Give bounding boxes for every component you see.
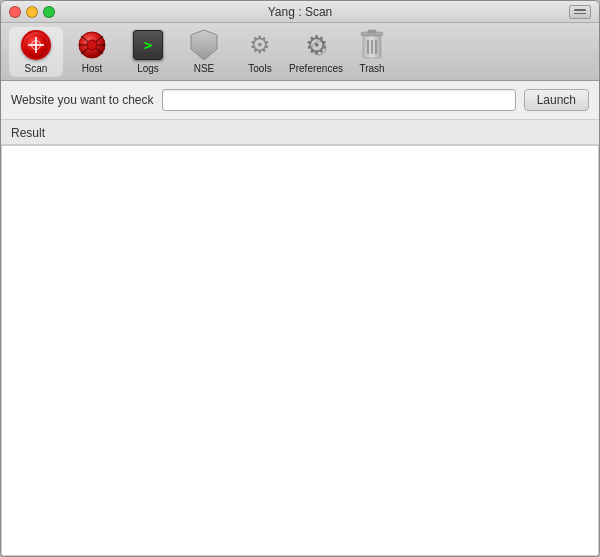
toolbar-item-logs[interactable]: Logs xyxy=(121,27,175,77)
host-icon xyxy=(76,30,108,61)
launch-button[interactable]: Launch xyxy=(524,89,589,111)
close-button[interactable] xyxy=(9,6,21,18)
maximize-button[interactable] xyxy=(43,6,55,18)
svg-point-7 xyxy=(87,40,97,50)
trash-icon xyxy=(356,29,388,61)
titlebar: Yang : Scan xyxy=(1,1,599,23)
svg-text:⚙: ⚙ xyxy=(249,31,271,58)
tools-icon: ⚙ xyxy=(244,30,276,61)
window-controls xyxy=(9,6,55,18)
toolbar-item-trash[interactable]: Trash xyxy=(345,27,399,77)
nse-icon xyxy=(188,29,220,61)
result-area[interactable] xyxy=(1,145,599,556)
logs-icon xyxy=(132,30,164,61)
toolbar-item-host[interactable]: Host xyxy=(65,27,119,77)
result-section-header: Result xyxy=(1,120,599,145)
toolbar-item-preferences[interactable]: ⚙ Preferences xyxy=(289,27,343,77)
svg-text:⚙: ⚙ xyxy=(305,30,328,60)
result-label: Result xyxy=(11,126,45,140)
svg-rect-12 xyxy=(368,30,376,33)
toolbar: Scan xyxy=(1,23,599,81)
scan-icon xyxy=(20,30,52,61)
zoom-widget xyxy=(569,5,591,19)
window-title: Yang : Scan xyxy=(268,5,333,19)
url-label: Website you want to check xyxy=(11,93,154,107)
toolbar-item-scan[interactable]: Scan xyxy=(9,27,63,77)
toolbar-item-tools[interactable]: ⚙ Tools xyxy=(233,27,287,77)
preferences-icon: ⚙ xyxy=(300,30,332,61)
url-input[interactable] xyxy=(162,89,516,111)
main-window: Yang : Scan Scan xyxy=(0,0,600,557)
content-area: Website you want to check Launch Result xyxy=(1,81,599,556)
url-section: Website you want to check Launch xyxy=(1,81,599,120)
toolbar-item-nse[interactable]: NSE xyxy=(177,27,231,77)
minimize-button[interactable] xyxy=(26,6,38,18)
